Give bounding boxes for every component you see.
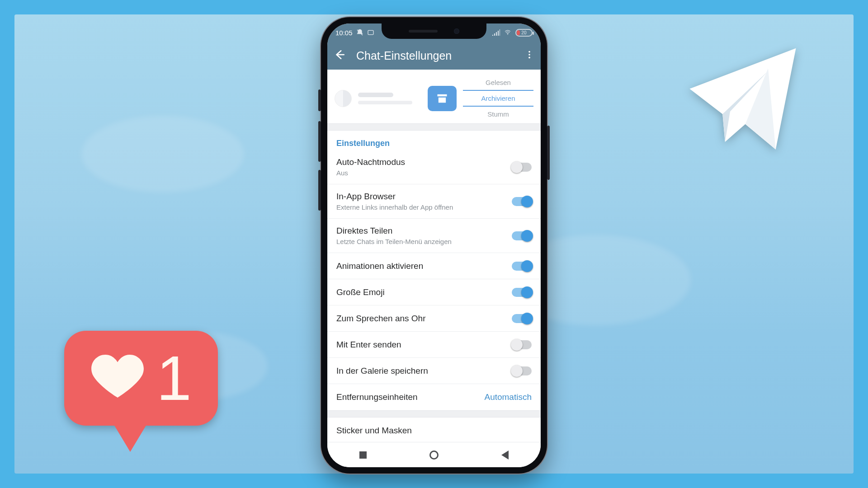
toggle-enable-animations[interactable] — [512, 262, 532, 271]
svg-point-1 — [507, 34, 508, 35]
row-stickers-and-masks[interactable]: Sticker und Masken — [327, 418, 541, 444]
nav-back-button[interactable] — [499, 449, 511, 461]
row-send-with-enter[interactable]: Mit Enter senden — [327, 332, 541, 358]
chat-preview-skeleton — [335, 90, 421, 107]
signal-icon — [492, 29, 500, 36]
row-enable-animations[interactable]: Animationen aktivieren — [327, 253, 541, 279]
like-badge: 1 — [64, 331, 218, 452]
nav-home-button[interactable] — [428, 449, 440, 461]
row-distance-units[interactable]: Entfernungseinheiten Automatisch — [327, 384, 541, 410]
svg-point-3 — [528, 54, 530, 56]
row-save-to-gallery[interactable]: In der Galerie speichern — [327, 358, 541, 384]
android-nav-bar — [327, 442, 541, 467]
battery-indicator: 20 — [515, 29, 533, 37]
section-header: Einstellungen — [327, 131, 541, 150]
row-direct-share[interactable]: Direktes Teilen Letzte Chats im Teilen-M… — [327, 219, 541, 253]
overflow-menu-button[interactable] — [524, 50, 534, 61]
toggle-send-with-enter[interactable] — [512, 340, 532, 349]
row-in-app-browser[interactable]: In-App Browser Externe Links innerhalb d… — [327, 184, 541, 219]
swipe-action-mute[interactable]: Stumm — [463, 107, 533, 122]
toggle-direct-share[interactable] — [512, 231, 532, 240]
distance-units-value: Automatisch — [484, 392, 532, 402]
toggle-raise-to-speak[interactable] — [512, 314, 532, 323]
swipe-action-read[interactable]: Gelesen — [463, 75, 533, 90]
svg-point-2 — [528, 51, 530, 53]
toggle-in-app-browser[interactable] — [512, 197, 532, 206]
card-icon — [367, 29, 374, 36]
toggle-auto-night-mode[interactable] — [512, 163, 532, 172]
phone-mockup: 10:05 20 — [321, 17, 547, 474]
status-time: 10:05 — [335, 29, 353, 37]
swipe-action-archive[interactable]: Archivieren — [463, 90, 533, 107]
row-large-emoji[interactable]: Große Emoji — [327, 279, 541, 305]
archive-icon — [428, 86, 457, 111]
back-button[interactable] — [334, 49, 345, 62]
toggle-large-emoji[interactable] — [512, 288, 532, 297]
telegram-plane-icon — [668, 41, 817, 167]
nav-recent-button[interactable] — [357, 449, 369, 461]
swipe-action-preview: Gelesen Archivieren Stumm — [327, 70, 541, 123]
toggle-save-to-gallery[interactable] — [512, 366, 532, 375]
bell-off-icon — [356, 29, 363, 36]
svg-point-4 — [528, 57, 530, 59]
app-bar: Chat-Einstellungen — [327, 42, 541, 70]
wifi-icon — [504, 29, 512, 36]
heart-icon — [90, 350, 145, 406]
settings-list: Auto-Nachtmodus Aus In-App Browser Exter… — [327, 150, 541, 410]
page-title: Chat-Einstellungen — [356, 49, 514, 62]
like-count: 1 — [156, 347, 192, 410]
row-raise-to-speak[interactable]: Zum Sprechen ans Ohr — [327, 305, 541, 332]
row-auto-night-mode[interactable]: Auto-Nachtmodus Aus — [327, 150, 541, 184]
svg-rect-0 — [368, 30, 373, 34]
